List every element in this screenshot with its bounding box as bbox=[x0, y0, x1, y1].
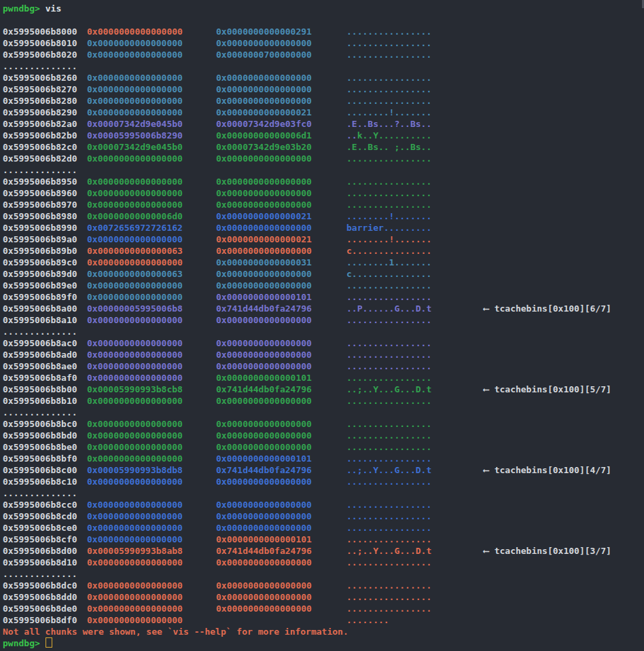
prompt-label: pwndbg> bbox=[3, 3, 40, 14]
memory-row: 0x5995006b8de00x00000000000000000x000000… bbox=[3, 603, 644, 614]
value1-cell: 0x0000000000000000 bbox=[87, 360, 216, 372]
value2-cell: 0x741d44db0fa24796 bbox=[216, 545, 346, 557]
separator-dots: .............. bbox=[3, 60, 87, 72]
value2-cell: 0x0000000000000000 bbox=[216, 268, 346, 280]
ascii-cell: ........!....... bbox=[346, 234, 484, 245]
value1-cell: 0x00005990993b8ab8 bbox=[87, 545, 216, 557]
value2-cell: 0x0000000000000000 bbox=[216, 314, 346, 326]
ascii-cell: ................ bbox=[346, 476, 484, 487]
memory-row: 0x5995006b8dc00x00000000000000000x000000… bbox=[3, 580, 644, 591]
ascii-cell: ................ bbox=[346, 360, 484, 372]
memory-row: 0x5995006b89b00x00000000000000630x000000… bbox=[3, 245, 644, 257]
memory-row: 0x5995006b8ae00x00000000000000000x000000… bbox=[3, 360, 644, 372]
value2-cell: 0x0000000000000000 bbox=[216, 153, 346, 164]
ascii-cell: ................ bbox=[346, 580, 484, 591]
address-cell: 0x5995006b8ce0 bbox=[3, 522, 87, 534]
address-cell: 0x5995006b8a00 bbox=[3, 303, 87, 314]
value1-cell: 0x0000000000000000 bbox=[87, 522, 216, 534]
ascii-cell: ..;..Y...G...D.t bbox=[346, 545, 484, 557]
memory-row: 0x5995006b8cd00x00000000000000000x000000… bbox=[3, 510, 644, 522]
value2-cell: 0x0000000000000000 bbox=[216, 199, 346, 210]
memory-row: 0x5995006b8c100x00000000000000000x000000… bbox=[3, 476, 644, 487]
value1-cell: 0x0000000000000000 bbox=[87, 603, 216, 614]
value2-cell: 0x0000000000000000 bbox=[216, 245, 346, 257]
value1-cell: 0x0000000000000000 bbox=[87, 499, 216, 510]
ascii-cell: ................ bbox=[346, 291, 484, 303]
memory-row: 0x5995006b8c000x00005990993b8db80x741d44… bbox=[3, 464, 644, 476]
value1-cell: 0x0000000000000000 bbox=[87, 557, 216, 568]
ascii-cell: ................ bbox=[346, 557, 484, 568]
ascii-cell: ........1....... bbox=[346, 257, 484, 268]
value1-cell: 0x0000000000000000 bbox=[87, 107, 216, 118]
bin-annotation: ⟵ tcachebins[0x100][5/7] bbox=[484, 384, 644, 395]
footer-message-text: Not all chunks were shown, see `vis --he… bbox=[3, 627, 348, 637]
command-text: vis bbox=[46, 3, 61, 14]
value2-cell: 0x00007342d9e03b20 bbox=[216, 141, 346, 153]
memory-row: 0x5995006b89e00x00000000000000000x000000… bbox=[3, 280, 644, 291]
address-cell: 0x5995006b89e0 bbox=[3, 280, 87, 291]
memory-row: 0x5995006b82600x00000000000000000x000000… bbox=[3, 72, 644, 83]
value2-cell: 0x0000000000000021 bbox=[216, 107, 346, 118]
value1-cell: 0x0000000000000000 bbox=[87, 314, 216, 326]
value1-cell: 0x0000000000000063 bbox=[87, 268, 216, 280]
ascii-cell: ................ bbox=[346, 72, 484, 83]
ascii-cell: ................ bbox=[346, 187, 484, 199]
address-cell: 0x5995006b8270 bbox=[3, 83, 87, 95]
ascii-cell: ................ bbox=[346, 153, 484, 164]
ascii-cell: ................ bbox=[346, 441, 484, 453]
value2-cell: 0x741d44db0fa24796 bbox=[216, 464, 346, 476]
address-cell: 0x5995006b8be0 bbox=[3, 441, 87, 453]
separator-row: .............. bbox=[3, 164, 644, 176]
value2-cell: 0x0000000000000000 bbox=[216, 360, 346, 372]
ascii-cell: ................ bbox=[346, 83, 484, 95]
memory-row: 0x5995006b82a00x00007342d9e045b00x000073… bbox=[3, 118, 644, 130]
terminal-cursor bbox=[46, 637, 52, 648]
address-cell: 0x5995006b82d0 bbox=[3, 153, 87, 164]
address-cell: 0x5995006b82a0 bbox=[3, 118, 87, 130]
ascii-cell: ................ bbox=[346, 430, 484, 441]
address-cell: 0x5995006b8af0 bbox=[3, 372, 87, 384]
separator-dots: .............. bbox=[3, 326, 87, 337]
value2-cell: 0x00007342d9e03fc0 bbox=[216, 118, 346, 130]
value1-cell: 0x0000000000000000 bbox=[87, 614, 216, 626]
memory-row: 0x5995006b82c00x00007342d9e045b00x000073… bbox=[3, 141, 644, 153]
memory-row: 0x5995006b8b000x00005990993b8cb80x741d44… bbox=[3, 384, 644, 395]
value1-cell: 0x0000000000000000 bbox=[87, 26, 216, 37]
ascii-cell: ................ bbox=[346, 337, 484, 349]
value2-cell: 0x0000000000000000 bbox=[216, 37, 346, 49]
value1-cell: 0x0000000000000000 bbox=[87, 95, 216, 107]
value1-cell: 0x0000000000000000 bbox=[87, 418, 216, 430]
memory-row: 0x5995006b8ac00x00000000000000000x000000… bbox=[3, 337, 644, 349]
ascii-cell: ..P......G...D.t bbox=[346, 303, 484, 314]
value2-cell: 0x0000000000000000 bbox=[216, 280, 346, 291]
value1-cell: 0x00005990993b8db8 bbox=[87, 464, 216, 476]
value2-cell: 0x741d44db0fa24796 bbox=[216, 384, 346, 395]
memory-row: 0x5995006b89700x00000000000000000x000000… bbox=[3, 199, 644, 210]
memory-row: 0x5995006b8b100x00000000000000000x000000… bbox=[3, 395, 644, 407]
value1-cell: 0x0000000000000000 bbox=[87, 176, 216, 187]
ascii-cell: ................ bbox=[346, 49, 484, 60]
command-prompt-line: pwndbg>vis bbox=[3, 3, 644, 14]
value1-cell: 0x0000000000000000 bbox=[87, 199, 216, 210]
value1-cell: 0x0000000000000000 bbox=[87, 441, 216, 453]
value2-cell: 0x0000000000000291 bbox=[216, 26, 346, 37]
address-cell: 0x5995006b8d10 bbox=[3, 557, 87, 568]
memory-row: 0x5995006b80100x00000000000000000x000000… bbox=[3, 37, 644, 49]
separator-row: .............. bbox=[3, 60, 644, 72]
value2-cell: 0x0000000000000000 bbox=[216, 476, 346, 487]
value1-cell: 0x0000000000000000 bbox=[87, 83, 216, 95]
value2-cell: 0x0000000000000000 bbox=[216, 522, 346, 534]
address-cell: 0x5995006b8260 bbox=[3, 72, 87, 83]
address-cell: 0x5995006b8cd0 bbox=[3, 510, 87, 522]
address-cell: 0x5995006b8ac0 bbox=[3, 337, 87, 349]
bottom-prompt-line: pwndbg> bbox=[3, 637, 644, 649]
value1-cell: 0x0000000000000000 bbox=[87, 280, 216, 291]
ascii-cell: ................ bbox=[346, 314, 484, 326]
address-cell: 0x5995006b8cf0 bbox=[3, 534, 87, 545]
blank-line bbox=[3, 14, 644, 26]
value2-cell: 0x741d44db0fa24796 bbox=[216, 303, 346, 314]
value2-cell: 0x0000000000000000 bbox=[216, 430, 346, 441]
separator-dots: .............. bbox=[3, 487, 87, 499]
address-cell: 0x5995006b89d0 bbox=[3, 268, 87, 280]
memory-row: 0x5995006b8d100x00000000000000000x000000… bbox=[3, 557, 644, 568]
